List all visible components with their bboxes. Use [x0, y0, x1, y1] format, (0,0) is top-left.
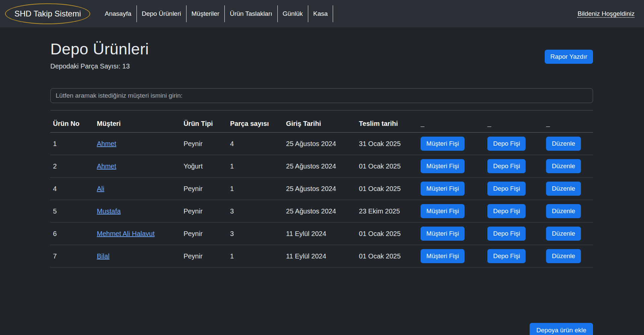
column-header-1: Müşteri: [94, 110, 181, 133]
cell-giris-tarihi: 11 Eylül 2024: [283, 245, 356, 268]
cell-teslim-tarihi: 01 Ocak 2025: [356, 223, 418, 245]
cell-musteri-fisi: Müşteri Fişi: [418, 245, 485, 268]
table-row: 6 Mehmet Ali Halavut Peynir 3 11 Eylül 2…: [50, 223, 593, 245]
table-row: 2 Ahmet Yoğurt 1 25 Ağustos 2024 01 Ocak…: [50, 155, 593, 178]
cell-musteri-fisi: Müşteri Fişi: [418, 133, 485, 155]
customer-link[interactable]: Ahmet: [97, 140, 116, 147]
cell-parca-sayisi: 1: [227, 178, 283, 200]
cell-depo-fisi: Depo Fişi: [485, 155, 543, 178]
nav-item-1: Depo Ürünleri: [137, 0, 186, 28]
cell-musteri: Ahmet: [94, 133, 181, 155]
cell-urun-no: 7: [50, 245, 94, 268]
customer-link[interactable]: Ali: [97, 185, 104, 192]
nav-link[interactable]: Depo Ürünleri: [137, 10, 186, 17]
musteri-fisi-button[interactable]: Müşteri Fişi: [421, 182, 465, 196]
title-block: Depo Ürünleri Depodaki Parça Sayısı: 13: [50, 40, 149, 70]
cell-musteri: Ali: [94, 178, 181, 200]
musteri-fisi-button[interactable]: Müşteri Fişi: [421, 159, 465, 173]
cell-urun-no: 4: [50, 178, 94, 200]
cell-depo-fisi: Depo Fişi: [485, 223, 543, 245]
duzenle-button[interactable]: Düzenle: [546, 204, 581, 218]
depo-fisi-button[interactable]: Depo Fişi: [487, 137, 526, 151]
main-content: Depo Ürünleri Depodaki Parça Sayısı: 13 …: [0, 28, 644, 268]
cell-parca-sayisi: 1: [227, 245, 283, 268]
cell-teslim-tarihi: 01 Ocak 2025: [356, 178, 418, 200]
nav-link[interactable]: Anasayfa: [100, 10, 136, 17]
customer-link[interactable]: Mehmet Ali Halavut: [97, 230, 155, 237]
table-header-row: Ürün NoMüşteriÜrün TipiParça sayısıGiriş…: [50, 110, 593, 133]
cell-urun-no: 2: [50, 155, 94, 178]
cell-depo-fisi: Depo Fişi: [485, 245, 543, 268]
duzenle-button[interactable]: Düzenle: [546, 137, 581, 151]
musteri-fisi-button[interactable]: Müşteri Fişi: [421, 249, 465, 263]
print-report-button[interactable]: Rapor Yazdır: [545, 50, 593, 64]
nav-item-0: Anasayfa: [100, 0, 137, 28]
nav-link[interactable]: Müşteriler: [186, 10, 224, 17]
depo-fisi-button[interactable]: Depo Fişi: [487, 227, 526, 241]
column-header-8: _: [543, 110, 593, 133]
table-row: 7 Bilal Peynir 1 11 Eylül 2024 01 Ocak 2…: [50, 245, 593, 268]
cell-giris-tarihi: 25 Ağustos 2024: [283, 178, 356, 200]
cell-depo-fisi: Depo Fişi: [485, 178, 543, 200]
nav-link[interactable]: Günlük: [278, 10, 308, 17]
column-header-0: Ürün No: [50, 110, 94, 133]
cell-musteri: Bilal: [94, 245, 181, 268]
cell-musteri-fisi: Müşteri Fişi: [418, 178, 485, 200]
cell-urun-no: 6: [50, 223, 94, 245]
duzenle-button[interactable]: Düzenle: [546, 159, 581, 173]
nav-link[interactable]: Ürün Taslakları: [225, 10, 277, 17]
cell-teslim-tarihi: 01 Ocak 2025: [356, 155, 418, 178]
column-header-6: _: [418, 110, 485, 133]
products-table: Ürün NoMüşteriÜrün TipiParça sayısıGiriş…: [50, 110, 593, 268]
duzenle-button[interactable]: Düzenle: [546, 182, 581, 196]
nav-item-3: Ürün Taslakları: [225, 0, 277, 28]
page-header: Depo Ürünleri Depodaki Parça Sayısı: 13 …: [50, 40, 593, 70]
customer-link[interactable]: Mustafa: [97, 207, 121, 215]
cell-musteri-fisi: Müşteri Fişi: [418, 200, 485, 223]
depo-fisi-button[interactable]: Depo Fişi: [487, 204, 526, 218]
cell-giris-tarihi: 25 Ağustos 2024: [283, 133, 356, 155]
cell-urun-tipi: Peynir: [181, 133, 227, 155]
nav-item-4: Günlük: [278, 0, 308, 28]
cell-duzenle: Düzenle: [543, 245, 593, 268]
cell-musteri: Mehmet Ali Halavut: [94, 223, 181, 245]
duzenle-button[interactable]: Düzenle: [546, 249, 581, 263]
cell-giris-tarihi: 25 Ağustos 2024: [283, 155, 356, 178]
customer-search-input[interactable]: [50, 88, 593, 103]
cell-duzenle: Düzenle: [543, 133, 593, 155]
cell-teslim-tarihi: 31 Ocak 2025: [356, 133, 418, 155]
nav-link[interactable]: Kasa: [308, 10, 333, 17]
column-header-7: _: [485, 110, 543, 133]
cell-parca-sayisi: 3: [227, 200, 283, 223]
cell-parca-sayisi: 1: [227, 155, 283, 178]
welcome-link[interactable]: Bildeniz Hoşgeldiniz: [578, 10, 635, 17]
musteri-fisi-button[interactable]: Müşteri Fişi: [421, 227, 465, 241]
cell-urun-no: 1: [50, 133, 94, 155]
depo-fisi-button[interactable]: Depo Fişi: [487, 182, 526, 196]
brand-logo[interactable]: SHD Takip Sistemi: [5, 3, 90, 24]
cell-giris-tarihi: 25 Ağustos 2024: [283, 200, 356, 223]
column-header-4: Giriş Tarihi: [283, 110, 356, 133]
cell-urun-tipi: Yoğurt: [181, 155, 227, 178]
page-title: Depo Ürünleri: [50, 40, 149, 58]
musteri-fisi-button[interactable]: Müşteri Fişi: [421, 204, 465, 218]
customer-link[interactable]: Ahmet: [97, 162, 116, 170]
customer-link[interactable]: Bilal: [97, 252, 110, 260]
add-product-button[interactable]: Depoya ürün ekle: [530, 323, 593, 335]
column-header-2: Ürün Tipi: [181, 110, 227, 133]
musteri-fisi-button[interactable]: Müşteri Fişi: [421, 137, 465, 151]
cell-depo-fisi: Depo Fişi: [485, 200, 543, 223]
cell-duzenle: Düzenle: [543, 200, 593, 223]
nav-item-5: Kasa: [308, 0, 333, 28]
depo-fisi-button[interactable]: Depo Fişi: [487, 159, 526, 173]
cell-musteri-fisi: Müşteri Fişi: [418, 223, 485, 245]
cell-teslim-tarihi: 23 Ekim 2025: [356, 200, 418, 223]
cell-depo-fisi: Depo Fişi: [485, 133, 543, 155]
nav-menu: AnasayfaDepo ÜrünleriMüşterilerÜrün Tasl…: [100, 0, 333, 28]
cell-urun-tipi: Peynir: [181, 200, 227, 223]
duzenle-button[interactable]: Düzenle: [546, 227, 581, 241]
table-body: 1 Ahmet Peynir 4 25 Ağustos 2024 31 Ocak…: [50, 133, 593, 268]
depo-fisi-button[interactable]: Depo Fişi: [487, 249, 526, 263]
cell-duzenle: Düzenle: [543, 223, 593, 245]
cell-duzenle: Düzenle: [543, 178, 593, 200]
